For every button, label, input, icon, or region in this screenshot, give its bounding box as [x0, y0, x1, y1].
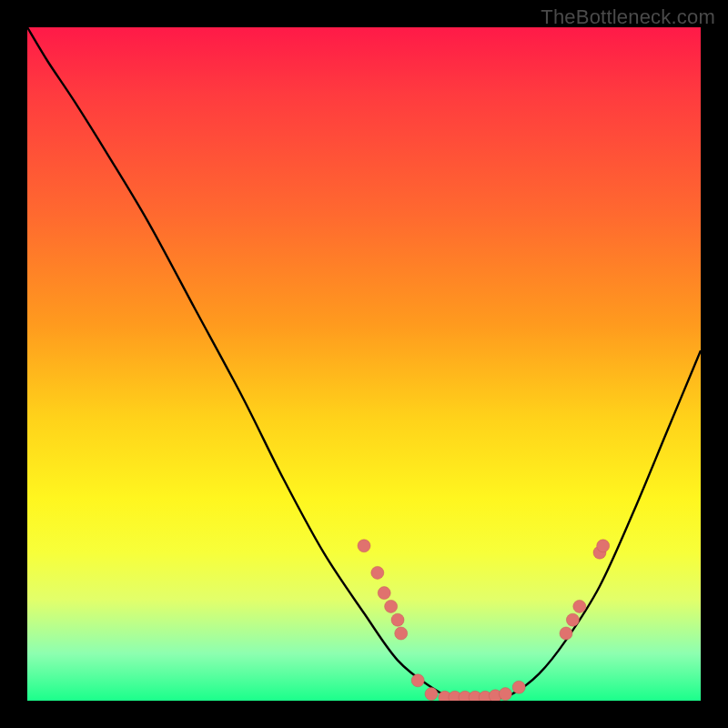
data-point [395, 627, 408, 640]
data-point [566, 613, 579, 626]
data-point [391, 613, 404, 626]
data-point [512, 681, 525, 693]
bottleneck-curve [27, 27, 701, 701]
watermark-text: TheBottleneck.com [541, 5, 715, 29]
data-point [425, 688, 438, 701]
data-point [597, 540, 610, 552]
data-point [573, 600, 586, 612]
outer-frame: TheBottleneck.com [0, 0, 728, 728]
chart-svg [27, 27, 701, 701]
data-point [378, 587, 390, 600]
data-point [411, 674, 424, 687]
plot-area [27, 27, 701, 701]
data-point [385, 600, 398, 612]
data-point [358, 540, 370, 552]
data-point [371, 566, 384, 579]
data-point [499, 688, 511, 701]
data-points [358, 540, 610, 701]
data-point [560, 627, 572, 640]
